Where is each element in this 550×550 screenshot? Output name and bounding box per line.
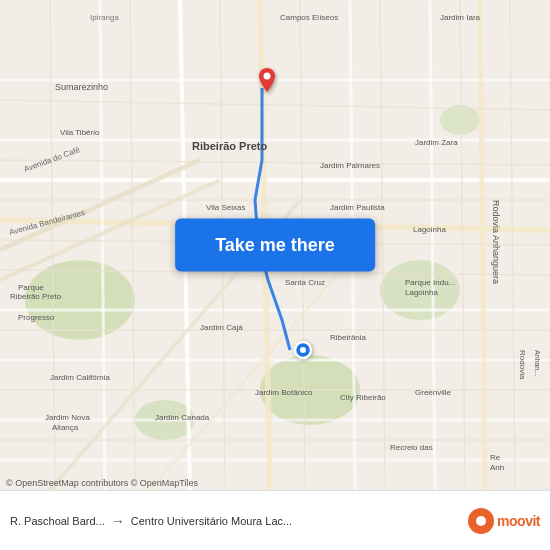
svg-text:Ribeirânia: Ribeirânia [330,333,367,342]
svg-text:City Ribeirão: City Ribeirão [340,393,386,402]
svg-text:Ipiranga: Ipiranga [90,13,119,22]
svg-text:Santa Cruz: Santa Cruz [285,278,325,287]
svg-text:Jardim Palmares: Jardim Palmares [320,161,380,170]
svg-text:Parque: Parque [18,283,44,292]
svg-text:Jardim Cajá: Jardim Cajá [200,323,243,332]
svg-text:Aliança: Aliança [52,423,79,432]
svg-text:Ribeirão Preto: Ribeirão Preto [192,140,267,152]
origin-dot [293,340,313,364]
svg-text:Anhan...: Anhan... [534,350,541,376]
svg-text:Lagoinha: Lagoinha [405,288,438,297]
svg-text:Campos Elíseos: Campos Elíseos [280,13,338,22]
take-me-there-button[interactable]: Take me there [175,219,375,272]
svg-text:Jardim Nova: Jardim Nova [45,413,90,422]
svg-text:Parque Indu...: Parque Indu... [405,278,455,287]
destination-pin [255,68,279,104]
svg-text:Lagoinha: Lagoinha [413,225,446,234]
moovit-logo: moovit [468,508,540,534]
svg-point-74 [264,73,271,80]
svg-text:Jardim Zara: Jardim Zara [415,138,458,147]
svg-text:Anh: Anh [490,463,504,472]
moovit-circle-inner [476,516,486,526]
footer-route: R. Paschoal Bard... → Centro Universitár… [10,513,468,529]
map-attribution: © OpenStreetMap contributors © OpenMapTi… [6,478,198,488]
svg-text:Vila Tibério: Vila Tibério [60,128,100,137]
svg-text:Jardim Paulista: Jardim Paulista [330,203,385,212]
svg-text:Jardim Califórnia: Jardim Califórnia [50,373,111,382]
svg-text:Vila Seixas: Vila Seixas [206,203,245,212]
svg-text:Greenville: Greenville [415,388,452,397]
route-arrow-icon: → [111,513,125,529]
svg-text:Recreio das: Recreio das [390,443,433,452]
footer-bar: R. Paschoal Bard... → Centro Universitár… [0,490,550,550]
svg-text:Rodovia Anhanguera: Rodovia Anhanguera [491,200,501,284]
svg-point-5 [440,105,480,135]
svg-text:Ribeirão Preto: Ribeirão Preto [10,292,62,301]
svg-text:Sumarezinho: Sumarezinho [55,82,108,92]
moovit-text: moovit [497,513,540,529]
footer-origin: R. Paschoal Bard... [10,515,105,527]
svg-text:Jardim Canada: Jardim Canada [155,413,210,422]
svg-text:Progresso: Progresso [18,313,55,322]
svg-text:Rodovia: Rodovia [518,350,527,380]
moovit-circle-icon [468,508,494,534]
footer-destination: Centro Universitário Moura Lac... [131,515,292,527]
map-container: Avenida do Café Avenida Bandeirantes Ipi… [0,0,550,490]
svg-text:Re: Re [490,453,501,462]
svg-text:Jardim Iara: Jardim Iara [440,13,481,22]
svg-text:Jardim Botânico: Jardim Botânico [255,388,313,397]
svg-point-76 [300,347,306,353]
